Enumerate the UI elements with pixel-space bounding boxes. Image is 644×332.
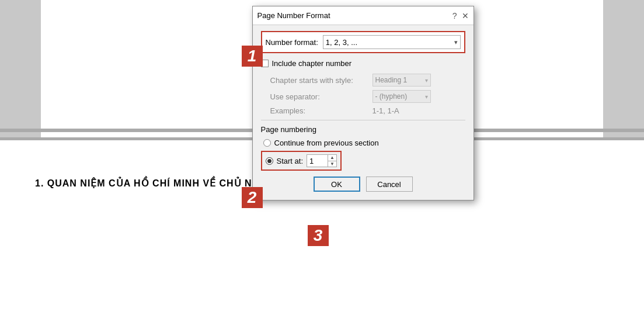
cancel-button[interactable]: Cancel xyxy=(366,177,413,192)
dialog-titlebar: Page Number Format ? ✕ xyxy=(253,6,474,25)
chapter-starts-dropdown-arrow: ▾ xyxy=(425,77,428,84)
use-separator-value: - (hyphen) xyxy=(375,92,425,101)
number-format-label: Number format: xyxy=(266,38,318,47)
page-number-format-dialog: Page Number Format ? ✕ Number format: 1,… xyxy=(252,6,474,200)
help-icon[interactable]: ? xyxy=(452,12,457,20)
ok-button[interactable]: OK xyxy=(314,177,360,192)
titlebar-icons: ? ✕ xyxy=(452,12,469,20)
examples-row: Examples: 1-1, 1-A xyxy=(261,106,465,115)
spinner-down-arrow[interactable]: ▼ xyxy=(328,161,336,167)
badge-2: 2 xyxy=(242,187,263,208)
number-format-select[interactable]: 1, 2, 3, ... ▾ xyxy=(323,35,461,49)
badge-1: 1 xyxy=(242,46,263,67)
start-at-label: Start at: xyxy=(277,157,304,165)
number-format-dropdown-arrow: ▾ xyxy=(454,39,458,46)
start-at-row: Start at: 1 ▲ ▼ xyxy=(261,151,342,171)
number-format-row: Number format: 1, 2, 3, ... ▾ xyxy=(261,31,465,53)
close-icon[interactable]: ✕ xyxy=(462,12,469,20)
number-format-value: 1, 2, 3, ... xyxy=(326,38,357,47)
spinner-arrows: ▲ ▼ xyxy=(328,155,336,167)
dialog-divider xyxy=(261,120,465,120)
chapter-starts-label: Chapter starts with style: xyxy=(270,76,373,85)
page-numbering-label: Page numbering xyxy=(261,125,465,134)
use-separator-row: Use separator: - (hyphen) ▾ xyxy=(261,90,465,103)
chapter-starts-row: Chapter starts with style: Heading 1 ▾ xyxy=(261,74,465,87)
separator-dropdown-arrow: ▾ xyxy=(425,94,428,100)
spinner-up-arrow[interactable]: ▲ xyxy=(328,155,336,161)
use-separator-label: Use separator: xyxy=(270,92,373,101)
start-at-value: 1 xyxy=(307,157,328,165)
examples-value: 1-1, 1-A xyxy=(373,106,399,115)
use-separator-select: - (hyphen) ▾ xyxy=(373,90,431,103)
start-at-spinner[interactable]: 1 ▲ ▼ xyxy=(307,154,337,167)
include-chapter-label: Include chapter number xyxy=(272,59,352,68)
examples-label: Examples: xyxy=(270,106,373,115)
continue-radio[interactable] xyxy=(263,139,271,147)
chapter-starts-value: Heading 1 xyxy=(375,76,425,84)
dialog-overlay: 1 2 3 Page Number Format ? ✕ Number form… xyxy=(252,6,474,200)
chapter-starts-select: Heading 1 ▾ xyxy=(373,74,431,87)
start-at-radio[interactable] xyxy=(266,157,273,165)
dialog-body: Number format: 1, 2, 3, ... ▾ Include ch… xyxy=(253,25,474,200)
dialog-buttons: OK Cancel xyxy=(261,177,465,192)
continue-radio-row: Continue from previous section xyxy=(261,139,465,147)
include-chapter-row: Include chapter number xyxy=(261,59,465,68)
continue-radio-label: Continue from previous section xyxy=(274,139,379,147)
dialog-title: Page Number Format xyxy=(257,11,330,20)
badge-3: 3 xyxy=(308,225,329,246)
